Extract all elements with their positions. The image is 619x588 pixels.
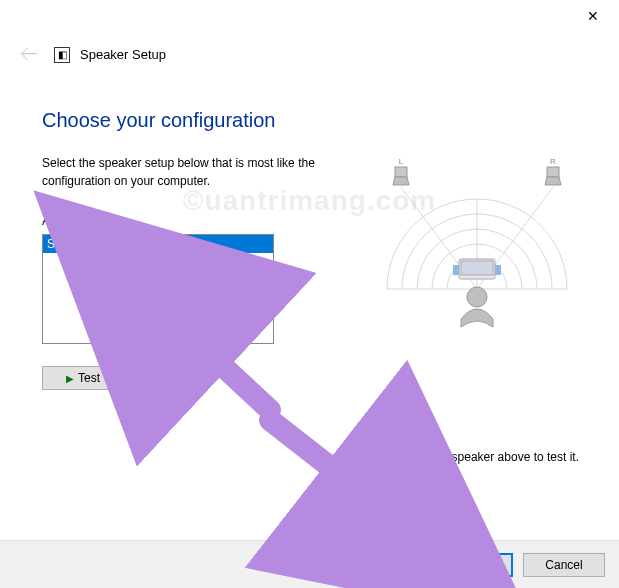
- svg-text:L: L: [399, 159, 404, 166]
- svg-rect-12: [453, 265, 459, 275]
- test-button-label: Test: [78, 371, 100, 385]
- back-arrow-icon[interactable]: 🡠: [14, 40, 44, 69]
- channel-option-stereo[interactable]: Stereo: [43, 235, 273, 253]
- svg-rect-3: [547, 167, 559, 177]
- button-bar: Next Cancel: [0, 540, 619, 588]
- title-bar: ✕: [0, 0, 619, 32]
- svg-point-14: [467, 287, 487, 307]
- svg-text:R: R: [550, 159, 556, 166]
- svg-rect-13: [495, 265, 501, 275]
- speaker-diagram: L R: [367, 159, 587, 349]
- description-text: Select the speaker setup below that is m…: [42, 154, 342, 190]
- svg-line-17: [270, 420, 430, 545]
- svg-rect-0: [395, 167, 407, 177]
- next-button[interactable]: Next: [431, 553, 513, 577]
- svg-marker-2: [393, 177, 409, 185]
- window-title: Speaker Setup: [80, 47, 166, 62]
- play-icon: ▶: [66, 373, 74, 384]
- cancel-button-label: Cancel: [545, 558, 582, 572]
- header-row: 🡠 ◧ Speaker Setup: [0, 32, 619, 69]
- svg-marker-5: [545, 177, 561, 185]
- app-icon: ◧: [54, 47, 70, 63]
- test-button[interactable]: ▶ Test: [42, 366, 124, 390]
- page-heading: Choose your configuration: [42, 109, 579, 132]
- svg-rect-11: [461, 261, 493, 275]
- right-speaker-icon: R: [545, 159, 561, 185]
- left-speaker-icon: L: [393, 159, 409, 185]
- next-button-label: Next: [460, 558, 485, 572]
- cancel-button[interactable]: Cancel: [523, 553, 605, 577]
- content-area: Choose your configuration Select the spe…: [0, 69, 619, 390]
- hint-text: Click any speaker above to test it.: [400, 450, 579, 464]
- audio-channels-listbox[interactable]: Stereo: [42, 234, 274, 344]
- close-icon[interactable]: ✕: [579, 6, 607, 26]
